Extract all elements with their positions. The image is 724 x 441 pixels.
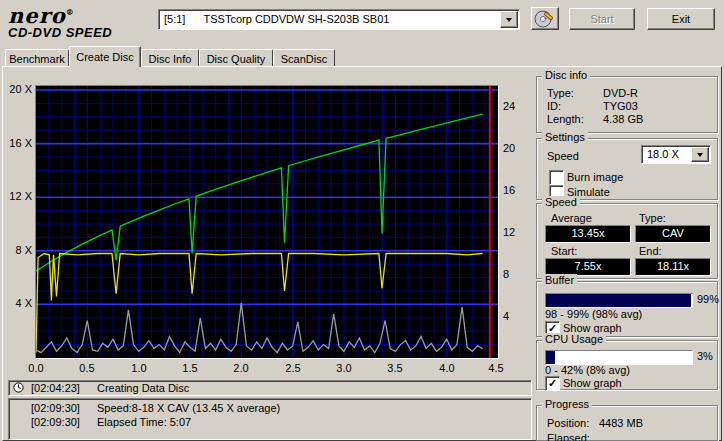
y-axis-left-tick: 16 X — [4, 137, 32, 150]
disc-id-value: TYG03 — [603, 100, 638, 112]
drive-select-value: [5:1] TSSTcorp CDDVDW SH-S203B SB01 — [164, 13, 389, 25]
burn-options-button[interactable] — [531, 7, 559, 30]
header-bar: nero® CD-DVD SPEED [5:1] TSSTcorp CDDVDW… — [0, 0, 724, 46]
y-axis-right-tick: 8 — [503, 268, 523, 281]
x-axis-tick: 0.5 — [75, 362, 99, 375]
y-axis-right-tick: 12 — [503, 226, 523, 239]
log-list: [02:09:30] Speed:8-18 X CAV (13.45 X ave… — [8, 398, 532, 440]
y-axis-left-tick: 8 X — [4, 244, 32, 257]
elapsed-label: Elapsed: — [547, 432, 590, 441]
y-axis-right-tick: 4 — [503, 310, 523, 323]
tab-scandisc[interactable]: ScanDisc — [273, 49, 335, 66]
cpu-usage-group: CPU Usage 3% 0 - 42% (8% avg) ✓ Show gra… — [536, 340, 718, 390]
log-message: Creating Data Disc — [97, 382, 189, 394]
speed-select-arrow[interactable] — [691, 147, 709, 162]
buffer-range-text: 98 - 99% (98% avg) — [545, 308, 642, 320]
start-label: Start: — [551, 245, 577, 257]
speed-type-readout: CAV — [635, 225, 711, 243]
x-axis-tick: 1.0 — [127, 362, 151, 375]
nero-logo-brand: nero® — [8, 2, 153, 26]
log-time: [02:04:23] — [31, 382, 80, 394]
cpu-show-graph-checkbox[interactable]: ✓ — [545, 376, 560, 391]
y-axis-right-tick: 24 — [503, 100, 523, 113]
disc-pencil-icon — [533, 9, 557, 28]
exit-button[interactable]: Exit — [647, 8, 715, 30]
disc-length-value: 4.38 GB — [603, 113, 643, 125]
drive-select-arrow[interactable] — [500, 11, 518, 28]
settings-group: Settings Speed 18.0 X Burn image Simulat… — [536, 138, 718, 200]
chevron-down-icon — [697, 153, 703, 157]
buffer-bar-fill — [546, 294, 691, 307]
cpu-percent: 3% — [697, 350, 713, 362]
nero-logo-product: CD-DVD SPEED — [8, 25, 153, 40]
buffer-group: Buffer 99% 98 - 99% (98% avg) ✓ Show gra… — [536, 281, 718, 337]
burn-image-checkbox[interactable] — [549, 170, 564, 185]
nero-logo: nero® CD-DVD SPEED — [8, 2, 153, 44]
disc-length-label: Length: — [547, 113, 584, 125]
x-axis-tick: 2.5 — [281, 362, 305, 375]
cpu-range-text: 0 - 42% (8% avg) — [545, 364, 630, 376]
tab-create-disc[interactable]: Create Disc — [69, 46, 141, 67]
progress-group: Progress Position: 4483 MB Elapsed: — [536, 405, 718, 441]
disc-info-group: Disc info Type: DVD-R ID: TYG03 Length: … — [536, 76, 718, 133]
y-axis-left-tick: 20 X — [4, 83, 32, 96]
speed-group: Speed Average Type: 13.45x CAV Start: En… — [536, 203, 718, 279]
end-label: End: — [639, 245, 662, 257]
speed-graph-canvas — [36, 86, 498, 358]
drive-select[interactable]: [5:1] TSSTcorp CDDVDW SH-S203B SB01 — [158, 9, 520, 30]
x-axis-tick: 3.5 — [383, 362, 407, 375]
cpu-show-graph-label: Show graph — [563, 377, 622, 389]
speed-select[interactable]: 18.0 X — [641, 145, 711, 164]
cpu-bar — [545, 350, 693, 365]
x-axis-tick: 2.0 — [229, 362, 253, 375]
start-button[interactable]: Start — [569, 8, 635, 30]
x-axis-tick: 4.0 — [435, 362, 459, 375]
log-header-row: [02:04:23] Creating Data Disc — [8, 380, 532, 396]
group-title: CPU Usage — [542, 333, 606, 346]
clock-icon — [13, 382, 24, 393]
log-message: Speed:8-18 X CAV (13.45 X average) — [97, 402, 280, 414]
group-title: Buffer — [542, 274, 577, 287]
group-title: Speed — [542, 196, 580, 209]
buffer-bar — [545, 293, 693, 308]
speed-graph — [35, 85, 499, 359]
tab-benchmark[interactable]: Benchmark — [5, 49, 69, 66]
x-axis-tick: 4.5 — [484, 362, 508, 375]
x-axis-tick: 1.5 — [178, 362, 202, 375]
tab-disc-info[interactable]: Disc Info — [141, 49, 199, 66]
group-title: Progress — [542, 398, 592, 411]
type-label: Type: — [639, 212, 666, 224]
y-axis-right-tick: 16 — [503, 184, 523, 197]
x-axis-tick: 3.0 — [332, 362, 356, 375]
buffer-percent: 99% — [697, 293, 719, 305]
x-axis-tick: 0.0 — [24, 362, 48, 375]
position-label: Position: — [547, 417, 589, 429]
position-value: 4483 MB — [599, 417, 643, 429]
disc-type-value: DVD-R — [603, 87, 638, 99]
y-axis-left-tick: 4 X — [4, 297, 32, 310]
y-axis-right-tick: 20 — [503, 142, 523, 155]
average-label: Average — [551, 212, 592, 224]
cpu-bar-fill — [546, 351, 555, 364]
group-title: Disc info — [542, 69, 590, 82]
average-speed-readout: 13.45x — [545, 225, 631, 243]
disc-type-label: Type: — [547, 87, 574, 99]
log-time: [02:09:30] — [31, 402, 80, 414]
tab-disc-quality[interactable]: Disc Quality — [199, 49, 273, 66]
log-message: Elapsed Time: 5:07 — [97, 416, 191, 428]
disc-id-label: ID: — [547, 100, 561, 112]
speed-select-label: Speed — [547, 150, 579, 162]
chevron-down-icon — [506, 18, 512, 22]
log-time: [02:09:30] — [31, 416, 80, 428]
group-title: Settings — [542, 131, 588, 144]
speed-select-value: 18.0 X — [647, 148, 679, 160]
end-speed-readout: 18.11x — [635, 258, 711, 276]
burn-image-label: Burn image — [567, 171, 623, 183]
y-axis-left-tick: 12 X — [4, 190, 32, 203]
